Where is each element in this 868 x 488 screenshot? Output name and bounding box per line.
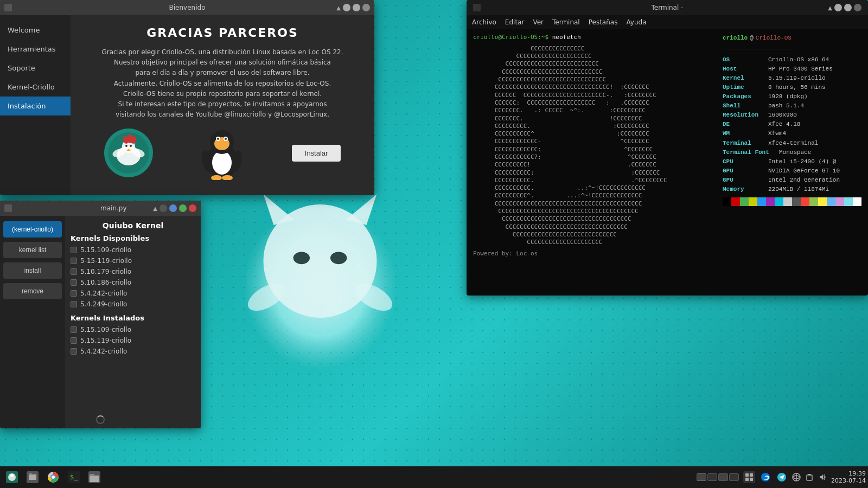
terminal-window-icon [473,4,481,11]
sidebar-item-instalacion[interactable]: Instalación [0,97,71,115]
terminal-minimize-btn[interactable] [834,4,842,11]
terminal-close-btn[interactable] [854,4,861,11]
menu-ver[interactable]: Ver [533,18,544,26]
svg-point-25 [217,138,219,140]
svg-rect-48 [745,478,749,481]
sidebar-item-kernel-criollo[interactable]: Kernel-Criollo [0,78,71,97]
taskview-btn[interactable] [743,471,755,483]
kernel-inst-checkbox-2[interactable] [71,348,77,355]
edge-icon[interactable] [760,471,771,483]
kernel-sidebar-item-2[interactable]: install [3,262,62,279]
welcome-minimize-btn[interactable] [343,4,350,11]
kernel-btn-green[interactable] [179,204,187,212]
welcome-window: Bienvenido ▲ Welcome Herramientas Soport… [0,0,374,195]
svg-rect-45 [90,474,94,476]
terminal-titlebar: Terminal - ▲ [467,0,868,15]
workspace-1[interactable] [697,473,706,481]
terminal-menubar: Archivo Editar Ver Terminal Pestañas Ayu… [467,15,868,29]
sysinfo-separator: -------------------- [723,44,861,53]
welcome-body-text: Gracias por elegir Criollo-OS, una distr… [81,47,363,120]
kernel-titlebar-arrow[interactable]: ▲ [153,206,157,211]
workspace-3[interactable] [718,473,728,481]
kernel-inst-0: 5.15.109-criollo [71,324,195,335]
sysinfo-user: criollo [723,34,748,43]
svg-point-34 [10,474,14,477]
clipboard-icon[interactable] [805,473,814,481]
kernel-btn-blue[interactable] [169,204,177,212]
volume-icon[interactable] [818,473,827,481]
color-block [783,197,792,206]
sysinfo-host: Criollo-OS [756,34,792,43]
network-icon[interactable] [792,473,801,481]
available-kernels-title: Kernels Disponibles [71,234,195,242]
svg-point-27 [219,143,225,146]
welcome-titlebar: Bienvenido ▲ [0,0,374,15]
kernel-sidebar-item-1[interactable]: kernel list [3,242,62,258]
kernel-window-icon [4,204,12,212]
svg-rect-44 [90,476,99,482]
color-block [749,197,757,206]
svg-rect-46 [745,473,749,477]
terminal-maximize-btn[interactable] [844,4,852,11]
svg-marker-3 [346,194,377,225]
kernel-avail-4: 5.4.242-criollo [71,288,195,299]
workspace-4[interactable] [729,473,739,481]
kernel-sidebar-item-0[interactable]: (kernel-criollo) [3,221,62,237]
mascot [217,174,423,380]
color-block [792,197,801,206]
kernel-btn-grey[interactable] [159,204,167,212]
taskbar-app-chrome[interactable] [43,468,63,486]
color-block [757,197,766,206]
kernel-checkbox-5[interactable] [71,301,77,307]
kernel-checkbox-1[interactable] [71,258,77,264]
terminal-ascii-art: criollo@Criollo-OS:~$ neofetch CCCCCCCCC… [467,29,716,296]
taskbar-app-files[interactable] [23,468,42,486]
kernel-btn-red[interactable] [189,204,196,212]
workspace-switcher[interactable] [697,473,739,481]
menu-editar[interactable]: Editar [505,18,525,26]
kernel-inst-checkbox-0[interactable] [71,326,77,333]
terminal-prompt: criollo@Criollo-OS:~$ [473,34,548,41]
color-block [853,197,861,206]
menu-pestanas[interactable]: Pestañas [589,18,618,26]
menu-terminal[interactable]: Terminal [552,18,580,26]
kernel-avail-5: 5.4.249-criollo [71,299,195,310]
terminal-sysinfo: criollo @ Criollo-OS -------------------… [716,29,868,296]
welcome-maximize-btn[interactable] [353,4,360,11]
workspace-2[interactable] [707,473,717,481]
sidebar-item-soporte[interactable]: Soporte [0,59,71,78]
welcome-window-icon [4,4,12,11]
color-blocks [723,197,861,206]
welcome-close-btn[interactable] [362,4,370,11]
desktop: Bienvenido ▲ Welcome Herramientas Soport… [0,0,868,488]
telegram-icon[interactable] [776,471,788,483]
install-button[interactable]: Instalar [292,145,341,162]
kernel-main: Quiubo Kernel Kernels Disponibles 5.15.1… [65,216,201,428]
kernel-inst-checkbox-1[interactable] [71,337,77,344]
titlebar-arrow[interactable]: ▲ [336,5,341,11]
svg-rect-47 [750,473,753,477]
kernel-sidebar-item-3[interactable]: remove [3,283,62,299]
color-block [835,197,844,206]
kernel-checkbox-4[interactable] [71,290,77,297]
taskbar: $_ [0,466,868,488]
menu-ayuda[interactable]: Ayuda [626,18,646,26]
kernel-heading: Quiubo Kernel [71,221,195,230]
menu-archivo[interactable]: Archivo [472,18,496,26]
sidebar-item-welcome[interactable]: Welcome [0,21,71,40]
sidebar-item-herramientas[interactable]: Herramientas [0,40,71,59]
taskbar-app-filemanager[interactable] [85,468,104,486]
terminal-titlebar-arrow[interactable]: ▲ [828,5,832,11]
kernel-checkbox-2[interactable] [71,268,77,275]
taskbar-app-criollo[interactable] [2,468,22,486]
kernel-sidebar: (kernel-criollo) kernel list install rem… [0,216,65,428]
kernel-checkbox-0[interactable] [71,247,77,253]
color-block [844,197,853,206]
color-block [818,197,827,206]
kernel-checkbox-3[interactable] [71,279,77,286]
color-block [723,197,731,206]
svg-text:$_: $_ [70,473,78,481]
color-block [731,197,740,206]
penguin-logo [198,129,247,177]
taskbar-app-terminal[interactable]: $_ [64,468,84,486]
